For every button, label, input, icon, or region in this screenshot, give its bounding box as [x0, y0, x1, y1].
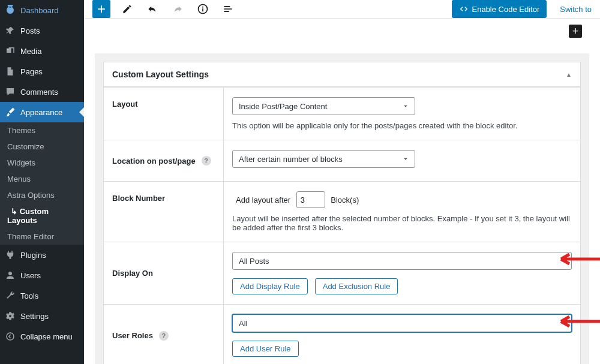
collapse-icon: ▲ [566, 71, 572, 78]
brush-icon [5, 107, 16, 118]
layout-description: This option will be applicable only for … [232, 121, 572, 130]
media-icon [5, 46, 16, 56]
block-number-description: Layout will be inserted after the select… [232, 214, 572, 232]
editor-toolbar: + Enable Code Editor Switch to [84, 0, 600, 19]
user-roles-label: User Roles ? [104, 305, 224, 364]
sidebar-item-media[interactable]: Media [0, 41, 84, 61]
enable-code-editor-button[interactable]: Enable Code Editor [452, 0, 547, 18]
sidebar-label: Dashboard [20, 6, 59, 15]
submenu-themes[interactable]: Themes [0, 122, 84, 139]
settings-icon [5, 311, 16, 321]
redo-button[interactable] [169, 1, 186, 17]
sidebar-label: Tools [20, 291, 38, 300]
appearance-submenu: Themes Customize Widgets Menus Astra Opt… [0, 122, 84, 245]
add-block-button[interactable]: + [92, 0, 110, 18]
sidebar-label: Posts [20, 26, 40, 35]
panel-header[interactable]: Custom Layout Settings ▲ [104, 62, 580, 87]
page-icon [5, 66, 16, 77]
submenu-custom-layouts[interactable]: ↳ Custom Layouts [0, 203, 84, 228]
block-number-label: Block Number [104, 182, 224, 242]
sidebar-label: Appearance [20, 108, 62, 117]
sidebar-label: Media [20, 47, 41, 56]
switch-to-link[interactable]: Switch to [560, 5, 592, 14]
collapse-icon [5, 331, 16, 342]
svg-rect-5 [202, 8, 203, 11]
display-on-label: Display On [104, 242, 224, 304]
info-button[interactable] [194, 1, 211, 17]
editor-main: + Enable Code Editor Switch to + Custom … [84, 0, 600, 364]
submenu-widgets[interactable]: Widgets [0, 155, 84, 171]
comment-icon [5, 86, 16, 97]
pin-icon [5, 25, 16, 36]
sidebar-item-users[interactable]: Users [0, 265, 84, 285]
user-roles-select[interactable]: All [232, 314, 572, 332]
sidebar-label: Plugins [20, 251, 46, 260]
location-label: Location on post/page ? [104, 140, 224, 181]
add-block-inline-button[interactable]: + [569, 25, 582, 38]
editor-canvas: + Custom Layout Settings ▲ Layout Inside… [84, 19, 600, 364]
undo-button[interactable] [144, 1, 161, 17]
submenu-menus[interactable]: Menus [0, 171, 84, 187]
sidebar-item-tools[interactable]: Tools [0, 285, 84, 306]
add-display-rule-button[interactable]: Add Display Rule [232, 278, 308, 294]
svg-point-1 [9, 315, 11, 317]
admin-sidebar: Dashboard Posts Media Pages Comments App… [0, 0, 84, 364]
sidebar-item-appearance[interactable]: Appearance [0, 102, 84, 122]
layout-select[interactable]: Inside Post/Page Content [232, 97, 415, 115]
layout-label: Layout [104, 88, 224, 140]
sidebar-item-settings[interactable]: Settings [0, 306, 84, 326]
sidebar-label: Collapse menu [20, 332, 73, 341]
sidebar-item-comments[interactable]: Comments [0, 82, 84, 102]
sidebar-label: Users [20, 271, 41, 280]
submenu-theme-editor[interactable]: Theme Editor [0, 228, 84, 245]
submenu-customize[interactable]: Customize [0, 139, 84, 155]
wrench-icon [5, 290, 16, 301]
code-icon [459, 4, 469, 14]
sidebar-label: Comments [20, 88, 58, 97]
sidebar-item-posts[interactable]: Posts [0, 20, 84, 41]
svg-point-2 [7, 333, 14, 340]
svg-point-0 [7, 49, 8, 50]
location-select[interactable]: After certain number of blocks [232, 150, 415, 168]
help-icon[interactable]: ? [202, 156, 211, 166]
svg-point-4 [202, 7, 203, 8]
display-on-select[interactable]: All Posts [232, 252, 572, 270]
add-exclusion-rule-button[interactable]: Add Exclusion Rule [315, 278, 398, 294]
sidebar-label: Settings [20, 312, 49, 321]
add-user-rule-button[interactable]: Add User Rule [232, 341, 299, 357]
sidebar-item-collapse[interactable]: Collapse menu [0, 326, 84, 347]
dashboard-icon [5, 5, 16, 16]
sidebar-item-pages[interactable]: Pages [0, 61, 84, 82]
panel-title: Custom Layout Settings [112, 70, 209, 79]
submenu-astra-options[interactable]: Astra Options [0, 187, 84, 203]
sidebar-item-plugins[interactable]: Plugins [0, 245, 84, 265]
outline-button[interactable] [220, 1, 236, 17]
block-number-input[interactable] [296, 191, 325, 208]
edit-mode-button[interactable] [119, 1, 136, 17]
user-icon [5, 270, 16, 281]
custom-layout-settings-panel: Custom Layout Settings ▲ Layout Inside P… [103, 62, 581, 364]
help-icon[interactable]: ? [159, 331, 169, 341]
sidebar-item-dashboard[interactable]: Dashboard [0, 0, 84, 20]
plug-icon [5, 249, 16, 260]
sidebar-label: Pages [20, 67, 43, 76]
